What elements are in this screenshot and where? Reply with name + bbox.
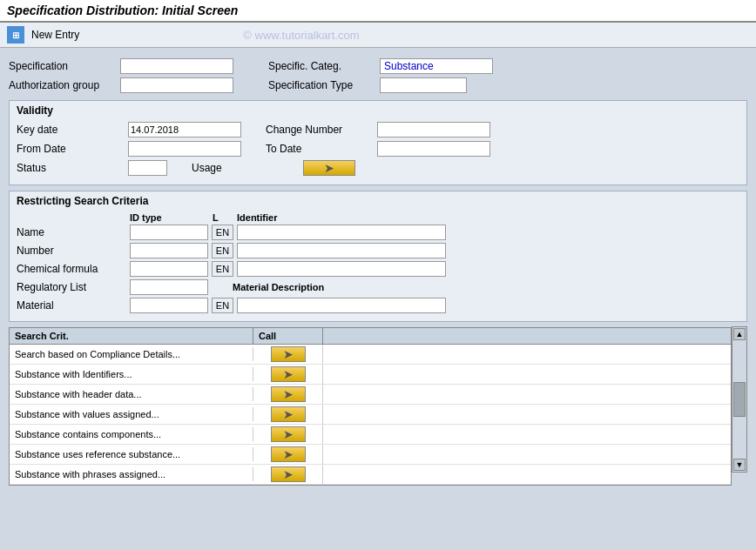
search-crit-3: Substance with header data... <box>10 387 253 401</box>
authorization-group-label: Authorization group <box>9 79 113 91</box>
new-entry-label: New Entry <box>31 29 79 41</box>
call-arrow-4[interactable]: ➤ <box>271 406 306 422</box>
to-date-label: To Date <box>266 143 370 155</box>
search-crit-7: Substance with phrases assigned... <box>10 467 253 481</box>
call-arrow-1[interactable]: ➤ <box>271 346 306 362</box>
validity-section: Validity Key date Change Number From Dat… <box>9 100 747 185</box>
call-btn-3[interactable]: ➤ <box>253 385 323 404</box>
search-table: Search Crit. Call Search based on Compli… <box>9 327 732 486</box>
search-row-4: Substance with values assigned... ➤ <box>10 405 731 425</box>
scrollbar[interactable]: ▲ ▼ <box>732 326 747 473</box>
call-col-header: Call <box>253 328 323 344</box>
key-date-label: Key date <box>17 124 121 136</box>
search-row-3: Substance with header data... ➤ <box>10 385 731 405</box>
search-row-2: Substance with Identifiers... ➤ <box>10 365 731 385</box>
call-btn-5[interactable]: ➤ <box>253 425 323 444</box>
number-id-type-input[interactable] <box>130 243 208 258</box>
from-date-label: From Date <box>17 143 121 155</box>
search-crit-5: Substance contains components... <box>10 427 253 441</box>
material-row: Material <box>17 298 739 313</box>
search-row-7: Substance with phrases assigned... ➤ <box>10 465 731 485</box>
call-arrow-5[interactable]: ➤ <box>271 426 306 442</box>
call-btn-4[interactable]: ➤ <box>253 405 323 424</box>
regulatory-list-row: Regulatory List Material Description <box>17 279 739 295</box>
to-date-input[interactable] <box>377 141 490 157</box>
material-input[interactable] <box>130 298 208 313</box>
search-crit-4: Substance with values assigned... <box>10 407 253 421</box>
key-date-input[interactable] <box>128 122 241 138</box>
number-identifier-input[interactable] <box>237 243 446 258</box>
status-label: Status <box>17 162 121 174</box>
call-arrow-2[interactable]: ➤ <box>271 366 306 382</box>
usage-label: Usage <box>192 162 296 174</box>
name-lang-input[interactable] <box>212 225 233 240</box>
call-btn-1[interactable]: ➤ <box>253 345 323 364</box>
scroll-down-arrow[interactable]: ▼ <box>733 459 746 471</box>
call-btn-6[interactable]: ➤ <box>253 445 323 464</box>
search-row-1: Search based on Compliance Details... ➤ <box>10 345 731 365</box>
new-entry-icon: ⊞ <box>7 26 24 44</box>
status-input[interactable] <box>128 160 167 176</box>
search-row-6: Substance uses reference substance... ➤ <box>10 445 731 465</box>
material-desc-label: Material Description <box>233 282 324 292</box>
call-arrow-3[interactable]: ➤ <box>271 386 306 402</box>
call-btn-7[interactable]: ➤ <box>253 465 323 484</box>
specification-input[interactable] <box>120 58 233 74</box>
from-date-input[interactable] <box>128 141 241 157</box>
search-row-5: Substance contains components... ➤ <box>10 425 731 445</box>
search-crit-2: Substance with Identifiers... <box>10 367 253 381</box>
change-number-input[interactable] <box>377 122 490 138</box>
col-identifier-header: Identifier <box>237 212 277 223</box>
call-arrow-6[interactable]: ➤ <box>271 446 306 462</box>
col-l-header: L <box>213 212 237 223</box>
chemical-lang-input[interactable] <box>212 261 233 277</box>
watermark: © www.tutorialkart.com <box>243 29 359 42</box>
scroll-thumb[interactable] <box>733 382 746 417</box>
restricting-name-row: Name <box>17 225 739 240</box>
name-identifier-input[interactable] <box>237 225 446 240</box>
name-id-type-input[interactable] <box>130 225 208 240</box>
material-lang-input[interactable] <box>212 298 233 313</box>
restricting-section: Restricting Search Criteria ID type L Id… <box>9 191 747 322</box>
restricting-chemical-row: Chemical formula <box>17 261 739 277</box>
restricting-number-row: Number <box>17 243 739 258</box>
chemical-identifier-input[interactable] <box>237 261 446 277</box>
scroll-up-arrow[interactable]: ▲ <box>733 328 746 340</box>
usage-arrow-button[interactable]: ➤ <box>303 160 355 176</box>
change-number-label: Change Number <box>266 124 370 136</box>
col-id-type-header: ID type <box>130 212 213 223</box>
regulatory-list-input[interactable] <box>130 279 208 295</box>
material-desc-input[interactable] <box>237 298 446 313</box>
number-lang-input[interactable] <box>212 243 233 258</box>
validity-title: Validity <box>17 104 739 118</box>
toolbar: ⊞ New Entry © www.tutorialkart.com <box>0 23 756 48</box>
specification-label: Specification <box>9 60 113 72</box>
search-crit-col-header: Search Crit. <box>10 328 253 344</box>
restricting-title: Restricting Search Criteria <box>17 195 739 209</box>
search-crit-1: Search based on Compliance Details... <box>10 347 253 361</box>
chemical-id-type-input[interactable] <box>130 261 208 277</box>
specification-type-input[interactable] <box>380 77 467 93</box>
specific-categ-label: Specific. Categ. <box>268 60 373 72</box>
authorization-group-input[interactable] <box>120 77 233 93</box>
call-btn-2[interactable]: ➤ <box>253 365 323 384</box>
page-title: Specification Distribution: Initial Scre… <box>7 3 238 17</box>
specific-categ-value: Substance <box>380 58 493 74</box>
specification-type-label: Specification Type <box>268 79 373 91</box>
title-bar: Specification Distribution: Initial Scre… <box>0 0 756 23</box>
search-crit-6: Substance uses reference substance... <box>10 447 253 461</box>
call-arrow-7[interactable]: ➤ <box>271 466 306 482</box>
